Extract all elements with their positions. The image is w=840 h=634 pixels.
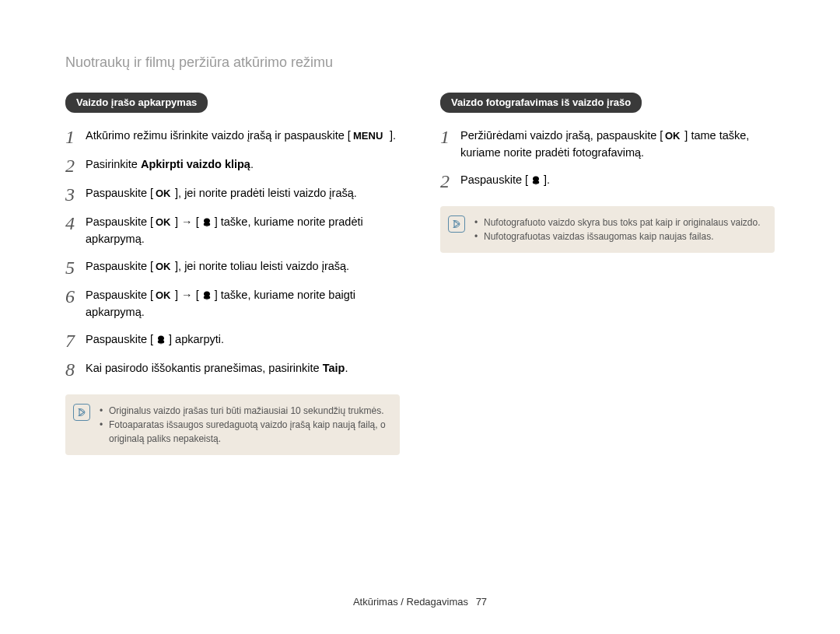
- left-heading-pill: Vaizdo įrašo apkarpymas: [65, 93, 208, 113]
- step-number: 5: [65, 257, 86, 277]
- footer-page-number: 77: [476, 596, 487, 608]
- step-number: 1: [440, 127, 460, 146]
- step-number: 2: [440, 171, 460, 191]
- step-text: Paspauskite [OK] → [] taške, kuriame nor…: [86, 286, 400, 321]
- right-info-box: Nufotografuoto vaizdo skyra bus toks pat…: [440, 206, 775, 253]
- svg-text:OK: OK: [156, 188, 171, 199]
- step: 6Paspauskite [OK] → [] taške, kuriame no…: [65, 286, 400, 321]
- svg-text:OK: OK: [156, 290, 171, 301]
- menu-icon: MENU: [352, 131, 389, 142]
- step-number: 7: [65, 331, 86, 350]
- step: 7Paspauskite [] apkarpyti.: [65, 331, 400, 350]
- step-number: 6: [65, 286, 86, 306]
- info-item: Fotoaparatas išsaugos suredaguotą vaizdo…: [100, 418, 389, 446]
- info-item: Nufotografuotas vaizdas išsaugomas kaip …: [474, 229, 764, 243]
- svg-text:OK: OK: [156, 261, 171, 272]
- step-text: Kai pasirodo iššokantis pranešimas, pasi…: [86, 359, 348, 377]
- svg-text:OK: OK: [665, 131, 681, 142]
- right-heading-pill: Vaizdo fotografavimas iš vaizdo įrašo: [440, 93, 642, 113]
- info-item: Nufotografuoto vaizdo skyra bus toks pat…: [474, 215, 764, 229]
- page-footer: Atkūrimas / Redagavimas 77: [0, 596, 840, 608]
- step: 1Atkūrimo režimu išrinkite vaizdo įrašą …: [65, 127, 400, 146]
- ok-icon: OK: [663, 131, 684, 142]
- step-text: Pasirinkite Apkirpti vaizdo klipą.: [86, 156, 254, 173]
- step-text: Paspauskite [].: [460, 171, 550, 188]
- step-text: Atkūrimo režimu išrinkite vaizdo įrašą i…: [86, 127, 396, 144]
- step: 2Pasirinkite Apkirpti vaizdo klipą.: [65, 156, 400, 175]
- ok-icon: OK: [154, 261, 174, 272]
- step: 2Paspauskite [].: [440, 171, 775, 191]
- info-item: Originalus vaizdo įrašas turi būti mažia…: [100, 404, 389, 418]
- ok-icon: OK: [154, 217, 174, 228]
- left-steps: 1Atkūrimo režimu išrinkite vaizdo įrašą …: [65, 127, 400, 379]
- step-number: 2: [65, 156, 86, 175]
- step-number: 3: [65, 184, 86, 204]
- macro-down-icon: [200, 290, 214, 301]
- left-info-list: Originalus vaizdo įrašas turi būti mažia…: [100, 404, 389, 446]
- macro-down-icon: [154, 335, 168, 345]
- right-info-list: Nufotografuoto vaizdo skyra bus toks pat…: [474, 215, 764, 243]
- left-column: Vaizdo įrašo apkarpymas 1Atkūrimo režimu…: [65, 93, 400, 455]
- ok-icon: OK: [154, 290, 174, 301]
- step-text: Paspauskite [OK], jei norite toliau leis…: [86, 257, 349, 275]
- svg-text:OK: OK: [156, 217, 171, 228]
- ok-icon: OK: [154, 188, 174, 199]
- step: 5Paspauskite [OK], jei norite toliau lei…: [65, 257, 400, 277]
- svg-text:MENU: MENU: [353, 131, 383, 142]
- step-text: Paspauskite [] apkarpyti.: [86, 331, 224, 348]
- step-number: 1: [65, 127, 86, 146]
- info-icon: [73, 404, 90, 421]
- step-number: 4: [65, 213, 86, 233]
- right-column: Vaizdo fotografavimas iš vaizdo įrašo 1P…: [440, 93, 775, 455]
- right-steps: 1Peržiūrėdami vaizdo įrašą, paspauskite …: [440, 127, 775, 191]
- step-text: Paspauskite [OK] → [] taške, kuriame nor…: [86, 213, 400, 248]
- step-text: Paspauskite [OK], jei norite pradėti lei…: [86, 184, 357, 201]
- step: 3Paspauskite [OK], jei norite pradėti le…: [65, 184, 400, 204]
- footer-section: Atkūrimas / Redagavimas: [353, 596, 468, 608]
- step-text: Peržiūrėdami vaizdo įrašą, paspauskite […: [460, 127, 775, 162]
- macro-down-icon: [200, 217, 214, 228]
- step: 8Kai pasirodo iššokantis pranešimas, pas…: [65, 359, 400, 379]
- info-icon: [448, 215, 465, 233]
- step: 4Paspauskite [OK] → [] taške, kuriame no…: [65, 213, 400, 248]
- left-info-box: Originalus vaizdo įrašas turi būti mažia…: [65, 394, 400, 455]
- step-number: 8: [65, 359, 86, 379]
- step: 1Peržiūrėdami vaizdo įrašą, paspauskite …: [440, 127, 775, 162]
- page-title: Nuotraukų ir filmų peržiūra atkūrimo rež…: [65, 54, 775, 71]
- macro-down-icon: [529, 175, 543, 186]
